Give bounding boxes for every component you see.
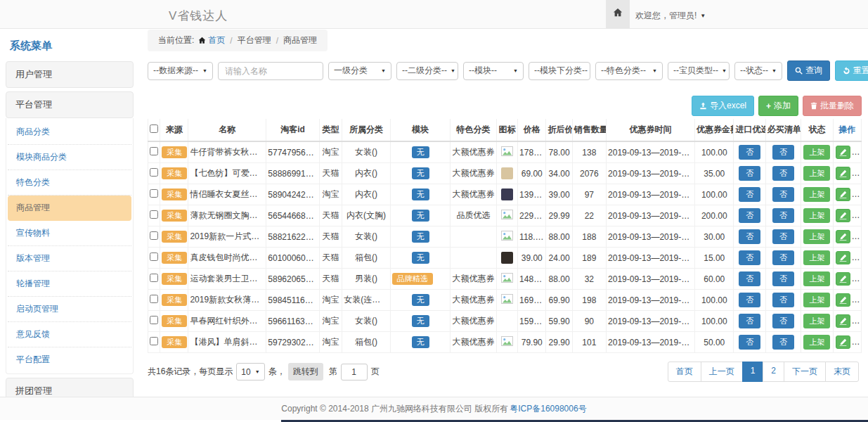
- status-badge[interactable]: 上架: [803, 229, 830, 244]
- imported-toggle[interactable]: 否: [739, 250, 760, 265]
- select-all-checkbox[interactable]: [150, 124, 158, 133]
- imported-toggle[interactable]: 否: [739, 187, 760, 202]
- page-link[interactable]: 上一页: [701, 362, 743, 382]
- edit-button[interactable]: [836, 272, 850, 286]
- main-content: 当前位置: 首页 / 平台管理 / 商品管理 --数据来源--▼一级分类▼--二…: [148, 30, 862, 382]
- jump-page-input[interactable]: [341, 364, 368, 381]
- sidebar-item[interactable]: 平台管理: [6, 91, 134, 118]
- row-checkbox[interactable]: [150, 337, 158, 345]
- sidebar-item[interactable]: 用户管理: [6, 61, 134, 88]
- must-buy-toggle[interactable]: 否: [772, 145, 794, 160]
- row-checkbox[interactable]: [150, 231, 158, 240]
- status-badge[interactable]: 上架: [803, 271, 830, 286]
- home-button[interactable]: [606, 0, 630, 28]
- must-buy-toggle[interactable]: 否: [772, 271, 794, 286]
- sidebar-subitem[interactable]: 意见反馈: [8, 322, 131, 347]
- edit-button[interactable]: [836, 230, 850, 243]
- sidebar-subitem[interactable]: 商品管理: [8, 196, 131, 221]
- sidebar-subitem[interactable]: 商品分类: [8, 120, 131, 145]
- table-row: 采集2019新款一片式系...588216228899天猫女装()无118.00…: [148, 226, 862, 248]
- edit-button[interactable]: [836, 293, 850, 307]
- row-checkbox[interactable]: [150, 274, 158, 282]
- edit-button[interactable]: [836, 251, 850, 264]
- page-link[interactable]: 末页: [825, 362, 859, 382]
- must-buy-toggle[interactable]: 否: [772, 166, 794, 181]
- coupon-amount-cell: 35.00: [695, 163, 734, 184]
- edit-button[interactable]: [836, 209, 850, 222]
- row-checkbox[interactable]: [150, 316, 158, 324]
- imported-toggle[interactable]: 否: [739, 208, 760, 223]
- must-buy-toggle[interactable]: 否: [772, 229, 794, 244]
- page-size-select[interactable]: 10 ▼: [236, 363, 264, 381]
- page-link[interactable]: 下一页: [784, 362, 826, 382]
- row-checkbox[interactable]: [150, 252, 158, 261]
- status-badge[interactable]: 上架: [803, 314, 830, 328]
- row-checkbox[interactable]: [150, 147, 158, 155]
- row-checkbox[interactable]: [150, 189, 158, 198]
- edit-button[interactable]: [836, 314, 850, 328]
- must-buy-toggle[interactable]: 否: [772, 293, 794, 307]
- row-checkbox[interactable]: [150, 210, 158, 219]
- edit-button[interactable]: [836, 335, 850, 349]
- filter-select[interactable]: --模块下分类--▼: [529, 62, 590, 80]
- imported-toggle[interactable]: 否: [739, 145, 760, 160]
- row-checkbox[interactable]: [150, 168, 158, 177]
- category-cell: 内衣(): [342, 163, 391, 184]
- imported-toggle[interactable]: 否: [739, 271, 760, 286]
- status-badge[interactable]: 上架: [803, 208, 830, 223]
- status-badge[interactable]: 上架: [803, 166, 830, 181]
- imported-toggle[interactable]: 否: [739, 314, 760, 328]
- batch-delete-button[interactable]: 批量删除: [803, 96, 862, 116]
- edit-button[interactable]: [836, 188, 850, 201]
- breadcrumb-home-link[interactable]: 首页: [198, 34, 225, 46]
- page-link[interactable]: 首页: [668, 362, 701, 382]
- sidebar-subitem[interactable]: 宣传物料: [8, 221, 131, 246]
- search-button[interactable]: 查询: [787, 60, 830, 81]
- reset-button[interactable]: 重置: [835, 60, 868, 81]
- jump-button[interactable]: 跳转到: [288, 363, 323, 381]
- filter-select[interactable]: --模块--▼: [463, 62, 524, 80]
- must-buy-toggle[interactable]: 否: [772, 335, 794, 350]
- edit-button[interactable]: [836, 146, 850, 159]
- icp-link[interactable]: 粤ICP备16098006号: [510, 403, 586, 415]
- category-cell: 男装(): [342, 269, 391, 290]
- coupon-amount-cell: 100.00: [695, 184, 734, 205]
- status-badge[interactable]: 上架: [803, 250, 830, 265]
- row-checkbox[interactable]: [150, 295, 158, 303]
- import-excel-button[interactable]: 导入excel: [692, 96, 754, 116]
- must-buy-toggle[interactable]: 否: [772, 208, 794, 223]
- sidebar-subitem[interactable]: 平台配置: [8, 347, 131, 372]
- must-buy-toggle[interactable]: 否: [772, 250, 794, 265]
- filter-select[interactable]: --状态--▼: [734, 62, 782, 80]
- filter-select[interactable]: --二级分类--▼: [396, 62, 458, 80]
- add-button[interactable]: + 添加: [758, 96, 798, 116]
- sidebar-subitem[interactable]: 特色分类: [8, 170, 131, 196]
- sidebar-subitem[interactable]: 版本管理: [8, 246, 131, 271]
- module-cell: 无: [390, 184, 451, 205]
- imported-toggle[interactable]: 否: [739, 293, 760, 307]
- imported-toggle[interactable]: 否: [739, 166, 760, 181]
- page-link[interactable]: 2: [763, 362, 784, 382]
- name-search-input[interactable]: [218, 62, 323, 80]
- imported-toggle[interactable]: 否: [739, 229, 760, 244]
- sidebar-subitem[interactable]: 模块商品分类: [8, 145, 131, 170]
- imported-toggle[interactable]: 否: [739, 335, 760, 350]
- filter-select[interactable]: --宝贝类型--▼: [668, 62, 730, 80]
- filter-select[interactable]: --数据来源--▼: [148, 62, 213, 80]
- page-link[interactable]: 1: [742, 362, 764, 382]
- must-buy-toggle[interactable]: 否: [772, 187, 794, 202]
- status-badge[interactable]: 上架: [803, 293, 830, 307]
- caret-down-icon: ▼: [700, 13, 706, 19]
- status-badge[interactable]: 上架: [803, 187, 830, 202]
- sidebar-subitem[interactable]: 启动页管理: [8, 297, 131, 322]
- filter-select[interactable]: 一级分类▼: [328, 62, 391, 80]
- filter-select[interactable]: --特色分类--▼: [595, 62, 663, 80]
- edit-button[interactable]: [836, 167, 850, 180]
- must-buy-toggle[interactable]: 否: [772, 314, 794, 328]
- sidebar-item[interactable]: 拼团管理: [6, 378, 134, 398]
- status-badge[interactable]: 上架: [803, 335, 830, 350]
- user-menu[interactable]: 欢迎您，管理员! ▼: [635, 10, 706, 22]
- status-badge[interactable]: 上架: [803, 145, 830, 160]
- category-cell: 箱包(): [342, 248, 391, 269]
- sidebar-subitem[interactable]: 轮播管理: [8, 271, 131, 297]
